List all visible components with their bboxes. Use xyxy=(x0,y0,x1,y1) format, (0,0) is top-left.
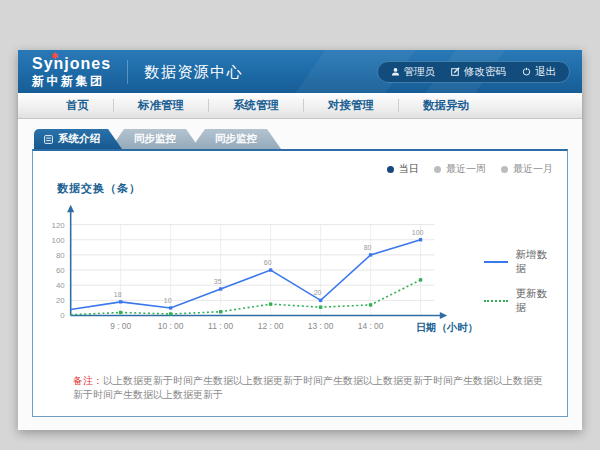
filter-label: 最近一月 xyxy=(513,162,553,176)
svg-text:18: 18 xyxy=(114,291,122,298)
nav-item-standard-mgmt[interactable]: 标准管理 xyxy=(114,99,209,112)
svg-text:100: 100 xyxy=(52,236,66,245)
current-user-button[interactable]: 管理员 xyxy=(391,65,436,79)
filter-label: 当日 xyxy=(399,162,419,176)
tab-system-intro[interactable]: 系统介绍 xyxy=(34,129,122,149)
main-nav: 首页 标准管理 系统管理 对接管理 数据异动 xyxy=(18,93,582,119)
app-window: Synjones ✱ 新中新集团 数据资源中心 管理员 修改密码 xyxy=(18,50,582,430)
svg-text:60: 60 xyxy=(264,259,272,266)
svg-text:日期（小时）: 日期（小时） xyxy=(416,321,478,334)
legend-label: 新增数据 xyxy=(516,248,557,276)
svg-text:0: 0 xyxy=(60,311,65,320)
filter-last-month[interactable]: 最近一月 xyxy=(501,162,553,176)
svg-text:10: 10 xyxy=(164,297,172,304)
radio-dot-icon xyxy=(434,166,441,173)
footnote-prefix: 备注： xyxy=(73,375,103,386)
nav-item-system-mgmt[interactable]: 系统管理 xyxy=(209,99,304,112)
svg-text:120: 120 xyxy=(52,221,66,230)
logout-label: 退出 xyxy=(535,65,556,79)
chart-panel: 当日 最近一周 最近一月 数据交换（条） 0204060801001209 : … xyxy=(32,149,568,417)
user-name: 管理员 xyxy=(404,65,436,79)
tab-label: 同步监控 xyxy=(215,132,257,146)
logo-star-icon: ✱ xyxy=(51,52,59,61)
nav-item-integration-mgmt[interactable]: 对接管理 xyxy=(304,99,399,112)
chart-legend: 新增数据 更新数据 xyxy=(484,248,557,326)
filter-today[interactable]: 当日 xyxy=(387,162,419,176)
user-menu: 管理员 修改密码 退出 xyxy=(377,61,571,83)
change-password-button[interactable]: 修改密码 xyxy=(451,65,506,79)
logout-button[interactable]: 退出 xyxy=(522,65,556,79)
brand-logo[interactable]: Synjones ✱ 新中新集团 xyxy=(32,56,111,87)
logo-wordmark: Synjones xyxy=(32,56,111,72)
svg-text:80: 80 xyxy=(364,244,372,251)
user-icon xyxy=(391,67,400,76)
footnote: 备注：以上数据更新于时间产生数据以上数据更新于时间产生数据以上数据更新于时间产生… xyxy=(73,374,557,402)
power-icon xyxy=(522,67,531,76)
svg-text:35: 35 xyxy=(214,278,222,285)
change-password-label: 修改密码 xyxy=(464,65,506,79)
filter-last-week[interactable]: 最近一周 xyxy=(434,162,486,176)
radio-dot-icon xyxy=(501,166,508,173)
y-axis-title: 数据交换（条） xyxy=(57,181,557,196)
tab-sync-monitor-1[interactable]: 同步监控 xyxy=(110,129,200,149)
svg-text:20: 20 xyxy=(314,289,322,296)
svg-text:9 : 00: 9 : 00 xyxy=(110,321,131,331)
tab-bar: 系统介绍 同步监控 同步监控 xyxy=(34,129,568,149)
legend-label: 更新数据 xyxy=(516,287,557,315)
svg-text:14 : 00: 14 : 00 xyxy=(358,321,384,331)
svg-text:13 : 00: 13 : 00 xyxy=(308,321,334,331)
svg-text:10 : 00: 10 : 00 xyxy=(158,321,184,331)
edit-icon xyxy=(451,67,460,76)
header: Synjones ✱ 新中新集团 数据资源中心 管理员 修改密码 xyxy=(18,50,582,93)
content-area: 系统介绍 同步监控 同步监控 当日 最近一周 xyxy=(18,119,582,430)
footnote-text: 以上数据更新于时间产生数据以上数据更新于时间产生数据以上数据更新于时间产生数据以… xyxy=(73,375,543,400)
svg-text:11 : 00: 11 : 00 xyxy=(208,321,233,331)
chart-row: 0204060801001209 : 0010 : 0011 : 0012 : … xyxy=(43,198,557,350)
legend-line-solid-icon xyxy=(484,261,508,263)
tab-label: 系统介绍 xyxy=(58,132,100,146)
filter-label: 最近一周 xyxy=(446,162,486,176)
legend-item-updated-data: 更新数据 xyxy=(484,287,557,315)
time-range-filters: 当日 最近一周 最近一月 xyxy=(387,162,553,176)
nav-item-data-change[interactable]: 数据异动 xyxy=(399,99,493,112)
legend-item-new-data: 新增数据 xyxy=(484,248,557,276)
tab-sync-monitor-2[interactable]: 同步监控 xyxy=(191,129,281,149)
radio-dot-icon xyxy=(387,166,394,173)
svg-text:20: 20 xyxy=(56,296,65,305)
document-icon xyxy=(44,135,53,144)
logo-company-name: 新中新集团 xyxy=(32,75,111,87)
line-chart: 0204060801001209 : 0010 : 0011 : 0012 : … xyxy=(43,198,480,350)
page-title: 数据资源中心 xyxy=(127,60,243,84)
nav-item-home[interactable]: 首页 xyxy=(42,99,114,112)
legend-line-dotted-icon xyxy=(484,300,508,302)
svg-text:40: 40 xyxy=(56,281,65,290)
tab-label: 同步监控 xyxy=(134,132,176,146)
svg-text:60: 60 xyxy=(56,266,65,275)
svg-text:80: 80 xyxy=(56,251,65,260)
svg-text:100: 100 xyxy=(412,229,424,236)
svg-text:12 : 00: 12 : 00 xyxy=(258,321,284,331)
